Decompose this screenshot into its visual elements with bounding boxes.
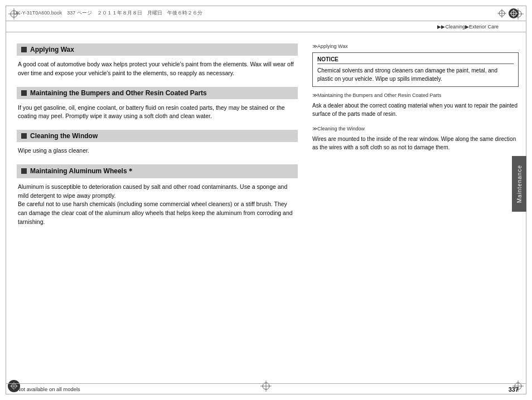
right-column: ≫Applying Wax NOTICE Chemical solvents a… — [307, 32, 526, 383]
notice-box: NOTICE Chemical solvents and strong clea… — [312, 52, 519, 87]
maintaining-bumpers-header: Maintaining the Bumpers and Other Resin … — [17, 87, 298, 99]
notice-title: NOTICE — [317, 56, 514, 64]
footer: * Not available on all models 337 — [6, 383, 526, 394]
side-tab-label: Maintenance — [516, 165, 523, 203]
maintaining-bumpers-body: If you get gasoline, oil, engine coolant… — [17, 104, 298, 121]
notice-body: Chemical solvents and strong cleaners ca… — [317, 66, 514, 83]
maintaining-aluminum-title: Maintaining Aluminum Wheels＊ — [30, 167, 134, 176]
maintaining-bumpers-title: Maintaining the Bumpers and Other Resin … — [30, 89, 207, 97]
top-header: UK-Y-31T0A600.book 337 ページ ２０１１年８月８日 月曜日… — [6, 6, 526, 21]
section-icon — [21, 90, 27, 96]
breadcrumb: ▶▶Cleaning▶Exterior Care — [6, 21, 526, 32]
section-icon — [21, 168, 27, 174]
right-cleaning-window-label: ≫Cleaning the Window — [312, 126, 519, 131]
left-column: Applying Wax A good coat of automotive b… — [6, 32, 307, 383]
maintaining-aluminum-body: Aluminum is susceptible to deterioration… — [17, 183, 298, 227]
cleaning-window-header: Cleaning the Window — [17, 130, 298, 142]
applying-wax-body: A good coat of automotive body wax helps… — [17, 60, 298, 78]
cleaning-window-body: Wipe using a glass cleaner. — [17, 147, 298, 155]
applying-wax-header: Applying Wax — [17, 43, 298, 56]
side-tab-maintenance: Maintenance — [512, 156, 526, 212]
section-icon — [21, 133, 27, 139]
right-maintaining-bumpers-body: Ask a dealer about the correct coating m… — [312, 101, 519, 118]
header-right-decor — [497, 8, 519, 18]
right-cleaning-window-body: Wires are mounted to the inside of the r… — [312, 135, 519, 152]
page-number: 337 — [509, 386, 519, 393]
main-content: Applying Wax A good coat of automotive b… — [6, 32, 526, 383]
maintaining-aluminum-header: Maintaining Aluminum Wheels＊ — [17, 164, 298, 178]
right-applying-wax-label: ≫Applying Wax — [312, 43, 519, 49]
cleaning-window-title: Cleaning the Window — [30, 132, 98, 140]
right-maintaining-bumpers-label: ≫Maintaining the Bumpers and Other Resin… — [312, 92, 519, 98]
file-info: UK-Y-31T0A600.book 337 ページ ２０１１年８月８日 月曜日… — [13, 9, 202, 17]
footer-note: * Not available on all models — [13, 386, 80, 392]
breadcrumb-text: ▶▶Cleaning▶Exterior Care — [437, 24, 499, 30]
applying-wax-title: Applying Wax — [30, 46, 74, 53]
section-icon — [21, 47, 27, 52]
